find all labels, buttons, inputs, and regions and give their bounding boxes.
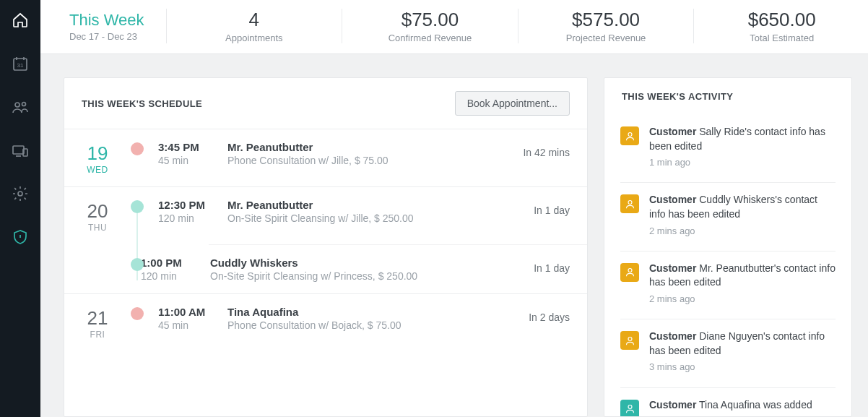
gear-icon[interactable] xyxy=(12,185,29,202)
stat-projected-revenue: $575.00 Projected Revenue xyxy=(540,9,695,43)
activity-list: Customer Sally Ride's contact info has b… xyxy=(604,115,851,416)
svg-point-7 xyxy=(628,132,632,136)
time-col: 11:00 AM 45 min xyxy=(158,306,227,331)
activity-title: THIS WEEK'S ACTIVITY xyxy=(622,91,733,102)
detail-col: Mr. Peanutbutter Phone Consultation w/ J… xyxy=(227,141,523,166)
svg-point-3 xyxy=(22,103,26,106)
schedule-card: THIS WEEK'S SCHEDULE Book Appointment...… xyxy=(64,77,588,417)
summary-period: This Week Dec 17 - Dec 23 xyxy=(69,9,167,43)
appt-desc: Phone Consultation w/ Bojack, $ 75.00 xyxy=(227,319,529,331)
appt-relative: In 1 day xyxy=(534,257,570,274)
people-icon[interactable] xyxy=(12,98,29,116)
status-dot xyxy=(131,258,144,271)
stat-label: Appointments xyxy=(225,33,283,43)
appt-client: Tina Aquafina xyxy=(227,306,529,318)
home-icon[interactable] xyxy=(12,12,29,29)
appt-relative: In 42 mins xyxy=(523,141,570,158)
status-dot xyxy=(131,142,144,155)
appt-duration: 45 min xyxy=(158,319,227,331)
date-col: 20 THU xyxy=(64,199,131,233)
activity-prefix: Customer xyxy=(649,126,696,137)
appt-time: 1:00 PM xyxy=(141,257,210,269)
date-dow: THU xyxy=(64,223,131,233)
activity-ago: 1 min ago xyxy=(649,156,836,169)
summary-title: This Week xyxy=(69,11,144,30)
time-col: 12:30 PM 120 min xyxy=(158,199,227,224)
stat-confirmed-revenue: $75.00 Confirmed Revenue xyxy=(364,9,518,43)
appt-time: 3:45 PM xyxy=(158,141,227,153)
appointment-row[interactable]: 21 FRI 11:00 AM 45 min Tina Aquafina Pho… xyxy=(64,294,587,351)
stat-value: $650.00 xyxy=(748,9,816,31)
time-col: 1:00 PM 120 min xyxy=(141,257,210,282)
svg-point-11 xyxy=(628,405,632,409)
detail-col: Mr. Peanutbutter On-Site Spirit Cleansin… xyxy=(227,199,534,224)
person-icon xyxy=(620,400,639,417)
svg-rect-4 xyxy=(13,146,24,154)
date-number: 19 xyxy=(64,142,131,165)
person-icon xyxy=(620,126,639,145)
activity-ago: 3 mins ago xyxy=(649,361,836,374)
date-dow: FRI xyxy=(64,330,131,340)
appt-desc: Phone Consultation w/ Jille, $ 75.00 xyxy=(227,155,523,166)
calendar-icon[interactable]: 31 xyxy=(12,55,29,72)
svg-point-8 xyxy=(628,200,632,204)
activity-item[interactable]: Customer Mr. Peanutbutter's contact info… xyxy=(620,252,836,319)
activity-body: Customer Mr. Peanutbutter's contact info… xyxy=(649,262,836,306)
devices-icon[interactable] xyxy=(12,142,29,159)
schedule-header: THIS WEEK'S SCHEDULE Book Appointment... xyxy=(64,78,587,129)
activity-card: THIS WEEK'S ACTIVITY Customer Sally Ride… xyxy=(604,77,852,417)
date-number: 20 xyxy=(64,200,131,223)
appointment-row[interactable]: 1:00 PM 120 min Cuddly Whiskers On-Site … xyxy=(209,244,587,293)
activity-item[interactable]: Customer Diane Nguyen's contact info has… xyxy=(620,319,836,387)
date-col: 21 FRI xyxy=(64,306,131,340)
shield-alert-icon[interactable] xyxy=(12,228,29,246)
activity-item[interactable]: Customer Sally Ride's contact info has b… xyxy=(620,115,836,183)
appointment-row[interactable]: 19 WED 3:45 PM 45 min Mr. Peanutbutter P… xyxy=(64,129,587,186)
main: This Week Dec 17 - Dec 23 4 Appointments… xyxy=(40,0,868,417)
book-appointment-button[interactable]: Book Appointment... xyxy=(455,91,570,116)
date-number: 21 xyxy=(64,307,131,330)
date-dow: WED xyxy=(64,165,131,175)
activity-item[interactable]: Customer Cuddly Whiskers's contact info … xyxy=(620,183,836,251)
appt-relative: In 1 day xyxy=(534,199,570,216)
appointment-row[interactable]: 20 THU 12:30 PM 120 min Mr. Peanutbutter… xyxy=(64,187,587,244)
activity-prefix: Customer xyxy=(649,399,696,410)
appt-desc: On-Site Spirit Cleansing w/ Princess, $ … xyxy=(210,270,534,282)
appt-client: Mr. Peanutbutter xyxy=(227,141,523,153)
day-group: 19 WED 3:45 PM 45 min Mr. Peanutbutter P… xyxy=(64,129,587,186)
activity-item[interactable]: Customer Tina Aquafina was added 5 mins … xyxy=(620,388,836,417)
svg-point-6 xyxy=(18,192,22,196)
activity-body: Customer Diane Nguyen's contact info has… xyxy=(649,330,836,374)
schedule-title: THIS WEEK'S SCHEDULE xyxy=(82,98,202,109)
svg-point-10 xyxy=(628,337,632,340)
day-group: 20 THU 12:30 PM 120 min Mr. Peanutbutter… xyxy=(64,186,587,293)
appt-client: Cuddly Whiskers xyxy=(210,257,534,269)
activity-header: THIS WEEK'S ACTIVITY xyxy=(604,78,851,115)
sidebar: 31 xyxy=(0,0,40,417)
stat-label: Confirmed Revenue xyxy=(389,33,472,43)
person-icon xyxy=(620,194,639,213)
date-col: 19 WED xyxy=(64,141,131,175)
appt-time: 11:00 AM xyxy=(158,306,227,318)
stat-total-estimated: $650.00 Total Estimated xyxy=(716,9,848,43)
appt-duration: 45 min xyxy=(158,155,227,166)
stat-value: $575.00 xyxy=(572,9,640,31)
appt-relative: In 2 days xyxy=(529,306,570,323)
appt-desc: On-Site Spirit Cleansing w/ Jille, $ 250… xyxy=(227,212,534,224)
activity-ago: 5 mins ago xyxy=(649,415,812,416)
summary-daterange: Dec 17 - Dec 23 xyxy=(69,31,144,42)
activity-ago: 2 mins ago xyxy=(649,225,836,238)
person-icon xyxy=(620,263,639,282)
content: THIS WEEK'S SCHEDULE Book Appointment...… xyxy=(40,54,868,417)
activity-body: Customer Sally Ride's contact info has b… xyxy=(649,125,836,169)
activity-prefix: Customer xyxy=(649,194,696,205)
appt-duration: 120 min xyxy=(141,270,210,282)
activity-prefix: Customer xyxy=(649,262,696,274)
activity-text: Tina Aquafina was added xyxy=(696,399,812,410)
detail-col: Cuddly Whiskers On-Site Spirit Cleansing… xyxy=(210,257,534,282)
stat-label: Projected Revenue xyxy=(566,33,646,43)
appt-client: Mr. Peanutbutter xyxy=(227,199,534,211)
stat-value: $75.00 xyxy=(402,9,459,31)
stat-appointments: 4 Appointments xyxy=(188,9,343,43)
activity-prefix: Customer xyxy=(649,330,696,342)
